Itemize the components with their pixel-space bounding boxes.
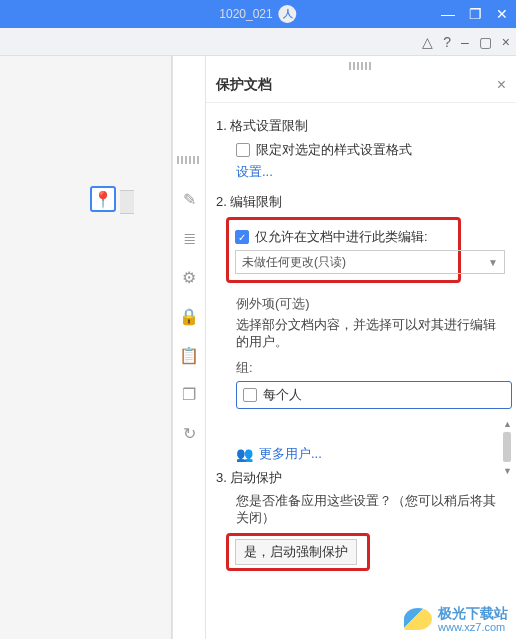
- group-everyone-checkbox[interactable]: [243, 388, 257, 402]
- watermark-text: 极光下载站 www.xz7.com: [438, 606, 508, 633]
- panel-close-icon[interactable]: ×: [502, 34, 510, 50]
- panel-title: 保护文档: [216, 76, 272, 94]
- edit-restrict-checkbox[interactable]: ✓: [235, 230, 249, 244]
- watermark-logo-icon: [404, 608, 432, 630]
- close-window-button[interactable]: ✕: [496, 6, 508, 22]
- edit-icon[interactable]: ✎: [183, 190, 196, 209]
- section3-label: 3. 启动保护: [216, 469, 506, 487]
- more-users-link[interactable]: 👥 更多用户...: [236, 445, 506, 463]
- section1-label: 1. 格式设置限制: [216, 117, 506, 135]
- watermark-line2: www.xz7.com: [438, 621, 508, 633]
- window-title-area: 1020_021 人: [219, 5, 296, 23]
- grip-icon: [177, 156, 201, 164]
- scroll-up-icon[interactable]: ▲: [503, 419, 512, 429]
- format-settings-link[interactable]: 设置...: [236, 163, 506, 181]
- start-protect-highlight: 是，启动强制保护: [226, 533, 370, 571]
- users-icon: 👥: [236, 446, 253, 462]
- edit-restrict-dropdown-value: 未做任何更改(只读): [242, 254, 346, 271]
- titlebar: 1020_021 人 — ❐ ✕: [0, 0, 516, 28]
- close-panel-button[interactable]: ×: [497, 76, 506, 94]
- format-restrict-label: 限定对选定的样式设置格式: [256, 141, 412, 159]
- edit-restrict-highlight: ✓ 仅允许在文档中进行此类编辑: 未做任何更改(只读) ▼: [226, 217, 461, 283]
- minimize-button[interactable]: —: [441, 6, 455, 22]
- watermark-line1: 极光下载站: [438, 606, 508, 621]
- scroll-thumb[interactable]: [503, 432, 511, 462]
- exceptions-desc: 选择部分文档内容，并选择可以对其进行编辑的用户。: [236, 317, 506, 351]
- protect-document-panel: 保护文档 × 1. 格式设置限制 限定对选定的样式设置格式 设置... 2. 编…: [206, 56, 516, 639]
- panel-minimize-icon[interactable]: –: [461, 34, 469, 50]
- panel-body: 1. 格式设置限制 限定对选定的样式设置格式 设置... 2. 编辑限制 ✓ 仅…: [206, 103, 516, 581]
- cloud-sync-icon[interactable]: △: [422, 34, 433, 50]
- settings-sliders-icon[interactable]: ⚙: [182, 268, 196, 287]
- lock-icon[interactable]: 🔒: [179, 307, 199, 326]
- main-area: 📍 ✎ ≣ ⚙ 🔒 📋 ❐ ↻ 保护文档 × 1. 格式设置限制 限定对选定的样…: [0, 56, 516, 639]
- panel-header: 保护文档 ×: [206, 72, 516, 103]
- exceptions-label: 例外项(可选): [236, 295, 506, 313]
- side-icon-strip: ✎ ≣ ⚙ 🔒 📋 ❐ ↻: [172, 56, 206, 639]
- location-pin-icon[interactable]: 📍: [90, 186, 116, 212]
- chevron-down-icon: ▼: [488, 257, 498, 268]
- group-box[interactable]: 每个人: [236, 381, 512, 409]
- list-icon[interactable]: ≣: [183, 229, 196, 248]
- window-controls: — ❐ ✕: [441, 6, 508, 22]
- section3-prompt: 您是否准备应用这些设置？（您可以稍后将其关闭）: [236, 493, 506, 527]
- group-everyone-label: 每个人: [263, 386, 302, 404]
- window-title: 1020_021: [219, 7, 272, 21]
- section2-label: 2. 编辑限制: [216, 193, 506, 211]
- secondary-toolbar: △ ? – ▢ ×: [0, 28, 516, 56]
- edit-restrict-checkbox-row: ✓ 仅允许在文档中进行此类编辑:: [235, 228, 452, 246]
- panel-grip-icon[interactable]: [349, 62, 373, 70]
- user-avatar-icon[interactable]: 人: [279, 5, 297, 23]
- format-restrict-checkbox[interactable]: [236, 143, 250, 157]
- copy-icon[interactable]: ❐: [182, 385, 196, 404]
- refresh-icon[interactable]: ↻: [183, 424, 196, 443]
- watermark: 极光下载站 www.xz7.com: [404, 606, 508, 633]
- more-users-label: 更多用户...: [259, 445, 322, 463]
- panel-restore-icon[interactable]: ▢: [479, 34, 492, 50]
- edit-restrict-label: 仅允许在文档中进行此类编辑:: [255, 228, 428, 246]
- edit-restrict-dropdown[interactable]: 未做任何更改(只读) ▼: [235, 250, 505, 274]
- help-icon[interactable]: ?: [443, 34, 451, 50]
- format-restrict-checkbox-row: 限定对选定的样式设置格式: [236, 141, 506, 159]
- clipboard-icon[interactable]: 📋: [179, 346, 199, 365]
- scroll-down-icon[interactable]: ▼: [503, 466, 512, 476]
- document-canvas: 📍: [0, 56, 172, 639]
- group-label: 组:: [236, 359, 506, 377]
- maximize-button[interactable]: ❐: [469, 6, 482, 22]
- page-edge-marker: [120, 190, 134, 214]
- start-protection-button[interactable]: 是，启动强制保护: [235, 539, 357, 565]
